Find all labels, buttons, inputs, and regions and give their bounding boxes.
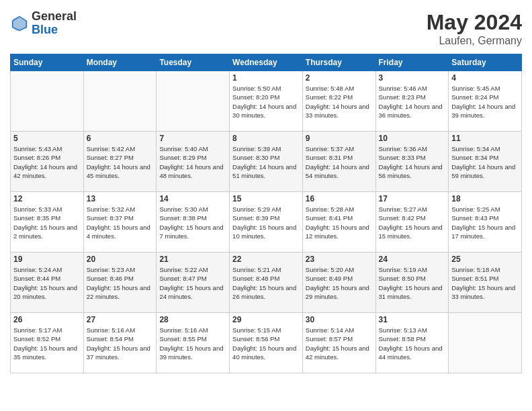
- day-info: Sunrise: 5:30 AM Sunset: 8:38 PM Dayligh…: [159, 205, 226, 240]
- day-number: 25: [451, 255, 519, 264]
- col-wednesday: Wednesday: [230, 54, 303, 71]
- day-cell: [157, 71, 230, 132]
- week-row-5: 26Sunrise: 5:17 AM Sunset: 8:52 PM Dayli…: [11, 313, 522, 373]
- col-friday: Friday: [375, 54, 449, 71]
- logo-icon: [10, 14, 29, 33]
- day-info: Sunrise: 5:22 AM Sunset: 8:47 PM Dayligh…: [159, 265, 226, 301]
- day-info: Sunrise: 5:19 AM Sunset: 8:50 PM Dayligh…: [379, 265, 446, 301]
- day-cell: 1Sunrise: 5:50 AM Sunset: 8:20 PM Daylig…: [230, 71, 303, 132]
- day-info: Sunrise: 5:32 AM Sunset: 8:37 PM Dayligh…: [87, 205, 154, 240]
- day-cell: 24Sunrise: 5:19 AM Sunset: 8:50 PM Dayli…: [375, 253, 449, 313]
- day-cell: 17Sunrise: 5:27 AM Sunset: 8:42 PM Dayli…: [375, 192, 449, 253]
- header-row: Sunday Monday Tuesday Wednesday Thursday…: [11, 54, 522, 71]
- week-row-3: 12Sunrise: 5:33 AM Sunset: 8:35 PM Dayli…: [11, 192, 522, 253]
- day-number: 5: [13, 134, 81, 143]
- day-number: 28: [159, 315, 226, 324]
- day-number: 26: [13, 315, 81, 324]
- day-cell: 12Sunrise: 5:33 AM Sunset: 8:35 PM Dayli…: [11, 192, 84, 253]
- day-cell: 5Sunrise: 5:43 AM Sunset: 8:26 PM Daylig…: [11, 132, 84, 192]
- day-number: 17: [379, 194, 446, 203]
- day-info: Sunrise: 5:16 AM Sunset: 8:55 PM Dayligh…: [159, 326, 226, 361]
- svg-marker-2: [10, 14, 29, 32]
- day-info: Sunrise: 5:39 AM Sunset: 8:30 PM Dayligh…: [232, 144, 300, 180]
- day-cell: 3Sunrise: 5:46 AM Sunset: 8:23 PM Daylig…: [375, 71, 449, 132]
- day-number: 22: [232, 255, 300, 264]
- day-info: Sunrise: 5:24 AM Sunset: 8:44 PM Dayligh…: [13, 265, 81, 301]
- week-row-4: 19Sunrise: 5:24 AM Sunset: 8:44 PM Dayli…: [11, 253, 522, 313]
- day-number: 15: [232, 194, 300, 203]
- day-number: 18: [451, 194, 519, 203]
- day-cell: [83, 71, 157, 132]
- day-number: 14: [159, 194, 226, 203]
- day-number: 10: [379, 134, 446, 143]
- day-cell: 4Sunrise: 5:45 AM Sunset: 8:24 PM Daylig…: [449, 71, 522, 132]
- title-block: May 2024 Laufen, Germany: [427, 10, 522, 47]
- day-info: Sunrise: 5:42 AM Sunset: 8:27 PM Dayligh…: [87, 144, 154, 180]
- day-cell: 28Sunrise: 5:16 AM Sunset: 8:55 PM Dayli…: [157, 313, 230, 373]
- day-number: 16: [306, 194, 373, 203]
- logo: General Blue: [10, 10, 77, 37]
- col-monday: Monday: [83, 54, 157, 71]
- day-cell: 19Sunrise: 5:24 AM Sunset: 8:44 PM Dayli…: [11, 253, 84, 313]
- day-info: Sunrise: 5:17 AM Sunset: 8:52 PM Dayligh…: [13, 326, 81, 361]
- day-number: 1: [232, 73, 300, 83]
- page-header: General Blue May 2024 Laufen, Germany: [10, 10, 522, 47]
- day-cell: 6Sunrise: 5:42 AM Sunset: 8:27 PM Daylig…: [83, 132, 157, 192]
- day-info: Sunrise: 5:20 AM Sunset: 8:49 PM Dayligh…: [306, 265, 373, 301]
- day-number: 30: [306, 315, 373, 324]
- logo-general: General: [32, 10, 77, 24]
- day-info: Sunrise: 5:18 AM Sunset: 8:51 PM Dayligh…: [451, 265, 519, 301]
- day-cell: 10Sunrise: 5:36 AM Sunset: 8:33 PM Dayli…: [375, 132, 449, 192]
- day-cell: 15Sunrise: 5:29 AM Sunset: 8:39 PM Dayli…: [230, 192, 303, 253]
- day-cell: 14Sunrise: 5:30 AM Sunset: 8:38 PM Dayli…: [157, 192, 230, 253]
- day-number: 24: [379, 255, 446, 264]
- day-cell: 13Sunrise: 5:32 AM Sunset: 8:37 PM Dayli…: [83, 192, 157, 253]
- day-info: Sunrise: 5:13 AM Sunset: 8:58 PM Dayligh…: [379, 326, 446, 361]
- day-info: Sunrise: 5:14 AM Sunset: 8:57 PM Dayligh…: [306, 326, 373, 361]
- day-cell: 30Sunrise: 5:14 AM Sunset: 8:57 PM Dayli…: [302, 313, 375, 373]
- col-tuesday: Tuesday: [157, 54, 230, 71]
- day-cell: 29Sunrise: 5:15 AM Sunset: 8:56 PM Dayli…: [230, 313, 303, 373]
- day-info: Sunrise: 5:50 AM Sunset: 8:20 PM Dayligh…: [232, 84, 300, 120]
- calendar-header: Sunday Monday Tuesday Wednesday Thursday…: [11, 54, 522, 71]
- day-number: 3: [379, 73, 446, 83]
- day-number: 27: [87, 315, 154, 324]
- day-number: 21: [159, 255, 226, 264]
- day-cell: 8Sunrise: 5:39 AM Sunset: 8:30 PM Daylig…: [230, 132, 303, 192]
- day-info: Sunrise: 5:36 AM Sunset: 8:33 PM Dayligh…: [379, 144, 446, 180]
- day-cell: 22Sunrise: 5:21 AM Sunset: 8:48 PM Dayli…: [230, 253, 303, 313]
- day-cell: 11Sunrise: 5:34 AM Sunset: 8:34 PM Dayli…: [449, 132, 522, 192]
- day-info: Sunrise: 5:33 AM Sunset: 8:35 PM Dayligh…: [13, 205, 81, 240]
- day-cell: 25Sunrise: 5:18 AM Sunset: 8:51 PM Dayli…: [449, 253, 522, 313]
- calendar-table: Sunday Monday Tuesday Wednesday Thursday…: [10, 54, 522, 373]
- day-info: Sunrise: 5:27 AM Sunset: 8:42 PM Dayligh…: [379, 205, 446, 240]
- day-number: 9: [306, 134, 373, 143]
- day-cell: 26Sunrise: 5:17 AM Sunset: 8:52 PM Dayli…: [11, 313, 84, 373]
- day-number: 6: [87, 134, 154, 143]
- week-row-2: 5Sunrise: 5:43 AM Sunset: 8:26 PM Daylig…: [11, 132, 522, 192]
- day-info: Sunrise: 5:45 AM Sunset: 8:24 PM Dayligh…: [451, 84, 519, 120]
- day-info: Sunrise: 5:25 AM Sunset: 8:43 PM Dayligh…: [451, 205, 519, 240]
- day-cell: 2Sunrise: 5:48 AM Sunset: 8:22 PM Daylig…: [302, 71, 375, 132]
- day-info: Sunrise: 5:40 AM Sunset: 8:29 PM Dayligh…: [159, 144, 226, 180]
- location-subtitle: Laufen, Germany: [427, 35, 522, 47]
- day-number: 19: [13, 255, 81, 264]
- day-cell: 23Sunrise: 5:20 AM Sunset: 8:49 PM Dayli…: [302, 253, 375, 313]
- day-number: 29: [232, 315, 300, 324]
- day-number: 4: [451, 73, 519, 83]
- day-number: 31: [379, 315, 446, 324]
- day-info: Sunrise: 5:23 AM Sunset: 8:46 PM Dayligh…: [87, 265, 154, 301]
- day-cell: 31Sunrise: 5:13 AM Sunset: 8:58 PM Dayli…: [375, 313, 449, 373]
- day-cell: [449, 313, 522, 373]
- day-cell: 9Sunrise: 5:37 AM Sunset: 8:31 PM Daylig…: [302, 132, 375, 192]
- day-number: 12: [13, 194, 81, 203]
- day-cell: 21Sunrise: 5:22 AM Sunset: 8:47 PM Dayli…: [157, 253, 230, 313]
- logo-blue: Blue: [32, 24, 77, 37]
- day-cell: [11, 71, 84, 132]
- day-number: 11: [451, 134, 519, 143]
- day-info: Sunrise: 5:16 AM Sunset: 8:54 PM Dayligh…: [87, 326, 154, 361]
- day-info: Sunrise: 5:28 AM Sunset: 8:41 PM Dayligh…: [306, 205, 373, 240]
- day-info: Sunrise: 5:46 AM Sunset: 8:23 PM Dayligh…: [379, 84, 446, 120]
- day-info: Sunrise: 5:43 AM Sunset: 8:26 PM Dayligh…: [13, 144, 81, 180]
- day-cell: 18Sunrise: 5:25 AM Sunset: 8:43 PM Dayli…: [449, 192, 522, 253]
